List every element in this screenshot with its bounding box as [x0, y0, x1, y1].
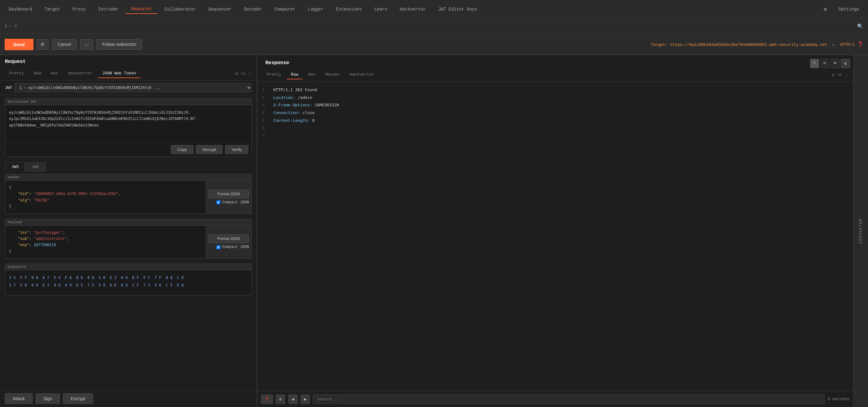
- response-search-input[interactable]: [313, 394, 824, 404]
- response-matches-count: 0 matches: [828, 397, 849, 401]
- nav-comparer[interactable]: Comparer: [269, 5, 301, 13]
- signature-label: Signature: [5, 264, 251, 270]
- payload-compact-json-row: Compact JSON: [216, 245, 249, 249]
- response-settings-icon[interactable]: ⚙: [841, 59, 850, 68]
- decrypt-button[interactable]: Decrypt: [196, 145, 223, 154]
- nav-jwt-editor-keys[interactable]: JWT Editor Keys: [432, 5, 483, 13]
- response-content: 1 HTTP/1.1 302 Found 2 Location: /admin …: [257, 82, 853, 391]
- send-button[interactable]: Send: [5, 39, 33, 50]
- nav-collaborator[interactable]: Collaborator: [159, 5, 202, 13]
- nav-repeater[interactable]: Repeater: [126, 5, 157, 14]
- copy-button[interactable]: Copy: [171, 145, 193, 154]
- response-line-6: 6: [262, 124, 848, 132]
- response-view-toggle-icon[interactable]: ⊟: [832, 72, 835, 77]
- nav-logger[interactable]: Logger: [302, 5, 329, 13]
- tab-close-icon[interactable]: ×: [9, 25, 11, 28]
- jwe-tab[interactable]: JWE: [25, 162, 45, 171]
- jws-jwe-tabs: JWS JWE: [0, 160, 257, 171]
- nav-target[interactable]: Target: [39, 5, 66, 13]
- toolbar: Send ⚙ Cancel ‹ › Follow redirection Tar…: [0, 34, 868, 55]
- header-compact-json-row: Compact JSON: [216, 200, 249, 205]
- more-options-icon[interactable]: ⋮: [248, 71, 252, 76]
- view-wrap-icon[interactable]: ⊟: [820, 59, 829, 68]
- tab-hex[interactable]: Hex: [46, 69, 62, 78]
- attack-button[interactable]: Attack: [5, 394, 33, 404]
- target-url-value: https://0a1100b104a63dd3c2be704a00b00063…: [670, 42, 827, 47]
- view-hex-icon[interactable]: ⊠: [831, 59, 839, 68]
- settings-icon[interactable]: ⚙: [824, 6, 827, 12]
- header-code[interactable]: { "kid": "19b08097-e9ba-4276-9055-12293b…: [5, 181, 206, 214]
- request-bottom-actions: Attack Sign Encrypt: [0, 390, 257, 407]
- sign-button[interactable]: Sign: [36, 394, 60, 404]
- tab-hackvertor[interactable]: Hackvertor: [64, 69, 97, 78]
- tab-json-web-token[interactable]: JSON Web Token: [98, 69, 141, 78]
- serialized-jwt-section: Serialized JWT eyJraWQiOiIxOWIwODA5Ny1lO…: [5, 98, 252, 157]
- response-tab-render[interactable]: Render: [321, 70, 344, 80]
- nav-proxy[interactable]: Proxy: [67, 5, 91, 13]
- jwt-label: JWT: [5, 86, 12, 90]
- repeater-tab-1[interactable]: 1 ×: [5, 24, 11, 29]
- nav-settings[interactable]: Settings: [833, 5, 865, 13]
- nav-decoder[interactable]: Decoder: [238, 5, 268, 13]
- nav-hackvertor[interactable]: Hackvertor: [394, 5, 431, 13]
- payload-code[interactable]: "iss": "portswigger", "sub": "administra…: [5, 226, 206, 258]
- nav-intruder[interactable]: Intruder: [92, 5, 124, 13]
- tab-search-icon[interactable]: 🔍: [857, 23, 863, 29]
- response-nav-fwd-icon[interactable]: ▶: [301, 395, 310, 404]
- edit-url-icon[interactable]: ✏️: [832, 42, 835, 47]
- view-lines-icon[interactable]: ≡: [810, 59, 819, 68]
- view-toggle-icon[interactable]: ⊟: [236, 71, 238, 76]
- nav-back-button[interactable]: ‹ ›: [80, 39, 93, 50]
- jwt-select[interactable]: 1 – eyJraWQiOilxOWIwODA5Ny1lOWJhLTQyNzYt…: [14, 83, 252, 92]
- response-settings-bottom-icon[interactable]: ⚙: [276, 395, 285, 404]
- tab-add-button[interactable]: +: [14, 23, 18, 29]
- response-line-1: 1 HTTP/1.1 302 Found: [262, 86, 848, 94]
- verify-button[interactable]: Verify: [225, 145, 248, 154]
- payload-label: Payload: [5, 219, 251, 226]
- jwt-header-section: Header { "kid": "19b08097-e9ba-4276-9055…: [5, 174, 252, 214]
- response-tab-raw[interactable]: Raw: [287, 70, 303, 80]
- response-top: Response ≡ ⊟ ⊠ ⚙ Pretty Raw Hex Render H…: [257, 55, 868, 407]
- response-tab-pretty[interactable]: Pretty: [262, 70, 285, 80]
- response-tab-hackvertor[interactable]: Hackvertor: [345, 70, 378, 80]
- nav-learn[interactable]: Learn: [369, 5, 393, 13]
- payload-actions: Format JSON Compact JSON: [206, 226, 251, 258]
- send-options-button[interactable]: ⚙: [37, 39, 49, 50]
- response-line-2: 2 Location: /admin: [262, 94, 848, 102]
- header-compact-json-checkbox[interactable]: [216, 200, 220, 204]
- nav-dashboard[interactable]: Dashboard: [3, 5, 38, 13]
- response-help-icon[interactable]: ❓: [261, 395, 273, 404]
- cancel-button[interactable]: Cancel: [52, 39, 77, 50]
- wrap-icon[interactable]: \n: [240, 71, 245, 76]
- response-tab-hex[interactable]: Hex: [304, 70, 320, 80]
- response-bottom-bar: ❓ ⚙ ◀ ▶ 0 matches: [257, 391, 853, 407]
- payload-compact-json-checkbox[interactable]: [216, 245, 220, 249]
- response-wrap-icon[interactable]: \n: [837, 72, 842, 77]
- header-format-json-button[interactable]: Format JSON: [209, 190, 249, 198]
- response-inner: Response ≡ ⊟ ⊠ ⚙ Pretty Raw Hex Render H…: [257, 55, 853, 407]
- help-icon[interactable]: ❓: [857, 42, 863, 48]
- response-more-options-icon[interactable]: ⋮: [844, 72, 848, 77]
- tab-raw[interactable]: Raw: [29, 69, 45, 78]
- response-nav-back-icon[interactable]: ◀: [288, 395, 298, 404]
- fwd-icon: ›: [87, 42, 89, 47]
- header-label: Header: [5, 174, 251, 181]
- jws-tab[interactable]: JWS: [5, 162, 25, 171]
- target-prefix: Target:: [651, 42, 670, 47]
- payload-format-json-button[interactable]: Format JSON: [209, 234, 249, 243]
- jwt-selector-row: JWT 1 – eyJraWQiOilxOWIwODA5Ny1lOWJhLTQy…: [0, 81, 257, 95]
- tab-bar: 1 × + 🔍: [0, 19, 868, 34]
- nav-sequencer[interactable]: Sequencer: [203, 5, 237, 13]
- response-line-4: 4 Connection: close: [262, 109, 848, 117]
- http-version: HTTP/1: [840, 42, 855, 47]
- header-compact-json-label: Compact JSON: [222, 200, 249, 205]
- top-nav: Dashboard Target Proxy Intruder Repeater…: [0, 0, 868, 19]
- inspector-label: INSPECTOR: [859, 218, 863, 244]
- encrypt-button[interactable]: Encrypt: [63, 394, 93, 404]
- follow-redirect-button[interactable]: Follow redirection: [96, 39, 142, 50]
- nav-extensions[interactable]: Extensions: [330, 5, 367, 13]
- request-editor-tabs: Pretty Raw Hex Hackvertor JSON Web Token…: [0, 67, 257, 81]
- jwt-signature-section: Signature 3 5 F F 9 A A 7 5 4 F A 0 6 8 …: [5, 263, 252, 295]
- tab-pretty[interactable]: Pretty: [5, 69, 28, 78]
- inspector-sidebar: INSPECTOR: [853, 55, 868, 407]
